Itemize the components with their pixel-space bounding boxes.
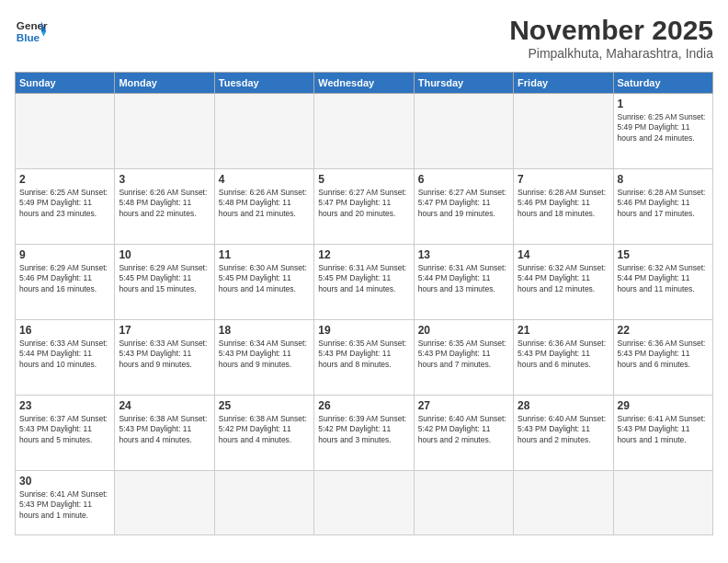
day-info: Sunrise: 6:32 AM Sunset: 5:44 PM Dayligh… [518, 263, 609, 294]
day-info: Sunrise: 6:38 AM Sunset: 5:43 PM Dayligh… [119, 414, 210, 445]
day-number: 5 [318, 173, 409, 186]
day-number: 6 [418, 173, 509, 186]
calendar-cell [514, 471, 613, 535]
calendar-cell [414, 471, 513, 535]
day-info: Sunrise: 6:26 AM Sunset: 5:48 PM Dayligh… [119, 188, 210, 219]
day-info: Sunrise: 6:41 AM Sunset: 5:43 PM Dayligh… [618, 414, 709, 445]
calendar-cell [214, 471, 313, 535]
calendar-cell: 12Sunrise: 6:31 AM Sunset: 5:45 PM Dayli… [314, 245, 414, 320]
calendar-cell: 1Sunrise: 6:25 AM Sunset: 5:49 PM Daylig… [613, 94, 712, 169]
day-number: 19 [318, 324, 409, 337]
calendar-cell: 25Sunrise: 6:38 AM Sunset: 5:42 PM Dayli… [214, 396, 313, 471]
calendar-cell [16, 94, 115, 169]
calendar-cell [214, 94, 313, 169]
calendar-cell [314, 94, 414, 169]
day-number: 28 [518, 399, 609, 412]
calendar-cell: 20Sunrise: 6:35 AM Sunset: 5:43 PM Dayli… [414, 320, 513, 396]
day-number: 24 [119, 399, 210, 412]
day-info: Sunrise: 6:29 AM Sunset: 5:46 PM Dayligh… [19, 263, 110, 294]
calendar-cell: 7Sunrise: 6:28 AM Sunset: 5:46 PM Daylig… [514, 169, 613, 245]
weekday-header-thursday: Thursday [414, 73, 513, 94]
calendar-cell: 26Sunrise: 6:39 AM Sunset: 5:42 PM Dayli… [314, 396, 414, 471]
day-info: Sunrise: 6:38 AM Sunset: 5:42 PM Dayligh… [219, 414, 310, 445]
calendar-cell: 2Sunrise: 6:25 AM Sunset: 5:49 PM Daylig… [16, 169, 115, 245]
svg-marker-3 [41, 31, 46, 36]
day-info: Sunrise: 6:28 AM Sunset: 5:46 PM Dayligh… [618, 188, 709, 219]
day-info: Sunrise: 6:25 AM Sunset: 5:49 PM Dayligh… [19, 188, 110, 219]
day-info: Sunrise: 6:39 AM Sunset: 5:42 PM Dayligh… [318, 414, 409, 445]
day-info: Sunrise: 6:41 AM Sunset: 5:43 PM Dayligh… [19, 489, 110, 521]
calendar-cell: 18Sunrise: 6:34 AM Sunset: 5:43 PM Dayli… [214, 320, 313, 396]
day-number: 4 [219, 173, 310, 186]
svg-text:Blue: Blue [17, 31, 40, 43]
day-number: 15 [618, 248, 709, 261]
calendar-cell: 5Sunrise: 6:27 AM Sunset: 5:47 PM Daylig… [314, 169, 414, 245]
day-info: Sunrise: 6:26 AM Sunset: 5:48 PM Dayligh… [219, 188, 310, 219]
calendar-table: SundayMondayTuesdayWednesdayThursdayFrid… [15, 72, 713, 535]
weekday-header-wednesday: Wednesday [314, 73, 414, 94]
day-number: 10 [119, 248, 210, 261]
calendar-cell [115, 94, 214, 169]
weekday-header-tuesday: Tuesday [214, 73, 313, 94]
day-number: 13 [418, 248, 509, 261]
day-number: 18 [219, 324, 310, 337]
day-number: 16 [19, 324, 110, 337]
logo: General Blue [15, 15, 48, 48]
day-number: 25 [219, 399, 310, 412]
day-info: Sunrise: 6:31 AM Sunset: 5:45 PM Dayligh… [318, 263, 409, 294]
day-number: 3 [119, 173, 210, 186]
day-info: Sunrise: 6:31 AM Sunset: 5:44 PM Dayligh… [418, 263, 509, 294]
day-info: Sunrise: 6:25 AM Sunset: 5:49 PM Dayligh… [618, 112, 709, 144]
calendar-cell: 15Sunrise: 6:32 AM Sunset: 5:44 PM Dayli… [613, 245, 712, 320]
day-info: Sunrise: 6:27 AM Sunset: 5:47 PM Dayligh… [318, 188, 409, 219]
calendar-cell: 21Sunrise: 6:36 AM Sunset: 5:43 PM Dayli… [514, 320, 613, 396]
calendar-cell: 24Sunrise: 6:38 AM Sunset: 5:43 PM Dayli… [115, 396, 214, 471]
day-info: Sunrise: 6:36 AM Sunset: 5:43 PM Dayligh… [518, 339, 609, 370]
calendar-cell: 17Sunrise: 6:33 AM Sunset: 5:43 PM Dayli… [115, 320, 214, 396]
calendar-cell: 28Sunrise: 6:40 AM Sunset: 5:43 PM Dayli… [514, 396, 613, 471]
day-number: 17 [119, 324, 210, 337]
calendar-cell [514, 94, 613, 169]
calendar-cell: 3Sunrise: 6:26 AM Sunset: 5:48 PM Daylig… [115, 169, 214, 245]
weekday-header-saturday: Saturday [613, 73, 712, 94]
day-info: Sunrise: 6:40 AM Sunset: 5:43 PM Dayligh… [518, 414, 609, 445]
day-number: 30 [19, 475, 110, 488]
day-info: Sunrise: 6:33 AM Sunset: 5:44 PM Dayligh… [19, 339, 110, 370]
day-info: Sunrise: 6:40 AM Sunset: 5:42 PM Dayligh… [418, 414, 509, 445]
calendar-cell [115, 471, 214, 535]
calendar-cell: 16Sunrise: 6:33 AM Sunset: 5:44 PM Dayli… [16, 320, 115, 396]
day-info: Sunrise: 6:35 AM Sunset: 5:43 PM Dayligh… [318, 339, 409, 370]
weekday-header-sunday: Sunday [16, 73, 115, 94]
page-header: General Blue November 2025 Pimpalkhuta, … [15, 15, 713, 61]
calendar-cell [613, 471, 712, 535]
day-number: 2 [19, 173, 110, 186]
day-number: 9 [19, 248, 110, 261]
calendar-cell: 22Sunrise: 6:36 AM Sunset: 5:43 PM Dayli… [613, 320, 712, 396]
calendar-cell: 9Sunrise: 6:29 AM Sunset: 5:46 PM Daylig… [16, 245, 115, 320]
calendar-cell [314, 471, 414, 535]
day-number: 29 [618, 399, 709, 412]
day-number: 1 [618, 98, 709, 110]
calendar-cell: 29Sunrise: 6:41 AM Sunset: 5:43 PM Dayli… [613, 396, 712, 471]
day-number: 20 [418, 324, 509, 337]
day-info: Sunrise: 6:37 AM Sunset: 5:43 PM Dayligh… [19, 414, 110, 445]
calendar-cell: 27Sunrise: 6:40 AM Sunset: 5:42 PM Dayli… [414, 396, 513, 471]
month-title: November 2025 [509, 15, 713, 46]
calendar-cell: 6Sunrise: 6:27 AM Sunset: 5:47 PM Daylig… [414, 169, 513, 245]
calendar-cell: 4Sunrise: 6:26 AM Sunset: 5:48 PM Daylig… [214, 169, 313, 245]
calendar-cell: 19Sunrise: 6:35 AM Sunset: 5:43 PM Dayli… [314, 320, 414, 396]
title-area: November 2025 Pimpalkhuta, Maharashtra, … [509, 15, 713, 61]
calendar-cell: 23Sunrise: 6:37 AM Sunset: 5:43 PM Dayli… [16, 396, 115, 471]
day-number: 23 [19, 399, 110, 412]
day-number: 8 [618, 173, 709, 186]
weekday-header-monday: Monday [115, 73, 214, 94]
calendar-cell [414, 94, 513, 169]
day-number: 22 [618, 324, 709, 337]
calendar-cell: 10Sunrise: 6:29 AM Sunset: 5:45 PM Dayli… [115, 245, 214, 320]
day-number: 12 [318, 248, 409, 261]
day-info: Sunrise: 6:28 AM Sunset: 5:46 PM Dayligh… [518, 188, 609, 219]
day-number: 27 [418, 399, 509, 412]
calendar-cell: 14Sunrise: 6:32 AM Sunset: 5:44 PM Dayli… [514, 245, 613, 320]
weekday-header-friday: Friday [514, 73, 613, 94]
day-info: Sunrise: 6:33 AM Sunset: 5:43 PM Dayligh… [119, 339, 210, 370]
